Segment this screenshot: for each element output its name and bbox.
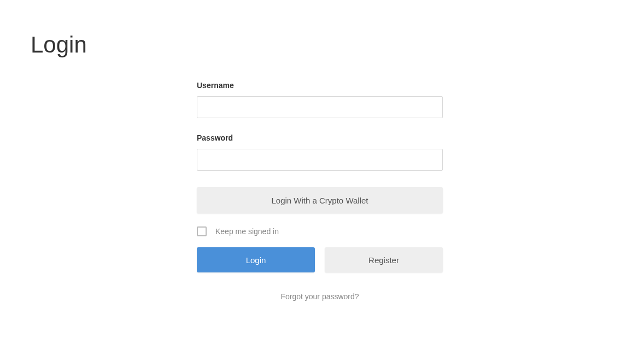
crypto-wallet-login-button[interactable]: Login With a Crypto Wallet [197,187,443,213]
login-button[interactable]: Login [197,247,315,272]
password-input[interactable] [197,149,443,171]
password-label: Password [197,133,443,142]
forgot-password-link[interactable]: Forgot your password? [197,292,443,301]
username-input[interactable] [197,96,443,118]
username-label: Username [197,81,443,90]
page-title: Login [31,32,87,58]
button-row: Login Register [197,247,443,272]
username-group: Username [197,81,443,118]
keep-signed-in-checkbox[interactable] [197,226,207,236]
register-button[interactable]: Register [325,247,443,272]
password-group: Password [197,133,443,171]
login-form: Username Password Login With a Crypto Wa… [197,81,443,301]
keep-signed-in-label[interactable]: Keep me signed in [215,227,279,236]
keep-signed-in-row: Keep me signed in [197,226,443,236]
